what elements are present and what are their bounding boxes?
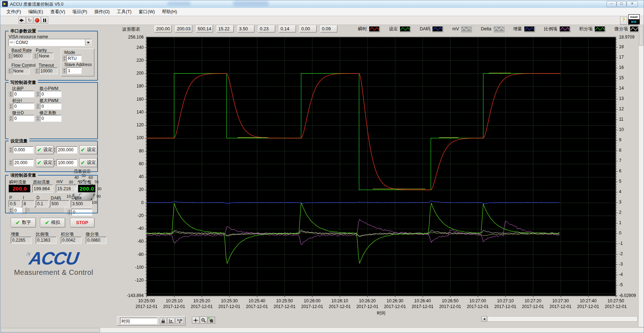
arrow-left-icon: [483, 318, 485, 321]
set-button[interactable]: ✔设定: [79, 145, 97, 154]
legend-label: DA码: [420, 26, 430, 32]
write-field-input[interactable]: 0: [13, 91, 34, 97]
format-button[interactable]: 8.88: [175, 318, 184, 324]
xscale-name-input[interactable]: 时间: [120, 318, 157, 324]
write-field-input[interactable]: 0: [40, 115, 61, 122]
chart-scrollbar[interactable]: [487, 316, 638, 322]
legend-item-4[interactable]: Delta: [481, 26, 504, 32]
title-bar[interactable]: ACCU 质量流量控制器 V5.0 — ▢ ✕: [0, 0, 644, 8]
run-continuous-button[interactable]: ↻: [26, 17, 33, 24]
parity-spinner[interactable]: [33, 52, 37, 59]
horizontal-scrollbar[interactable]: [0, 327, 644, 333]
digital-button[interactable]: ✔ 数字: [11, 218, 36, 227]
chart-value-box: 0.23: [258, 25, 275, 32]
legend-line-icon: [594, 26, 605, 32]
legend-line-icon: [524, 26, 535, 32]
maximize-button[interactable]: ▢: [616, 1, 626, 7]
visa-resource-combo[interactable]: I/O COM2: [9, 39, 91, 46]
preset-value-input[interactable]: 0.000: [13, 146, 34, 153]
visa-value: COM2: [15, 39, 85, 46]
parity-field[interactable]: None: [38, 52, 53, 59]
slave-spinner[interactable]: [62, 67, 66, 74]
mode-field[interactable]: RTU: [66, 55, 81, 62]
menu-item-6[interactable]: 窗口(W): [135, 8, 158, 16]
set-button[interactable]: ✔设定: [36, 145, 54, 154]
autoscale-button[interactable]: [167, 318, 175, 324]
cursor-tool-button[interactable]: [192, 317, 199, 324]
flow-spinner[interactable]: [8, 67, 11, 74]
slave-address-field[interactable]: 1: [66, 67, 81, 74]
menu-item-2[interactable]: 查看(V): [47, 8, 69, 16]
chart-scroll-left-button[interactable]: [481, 316, 487, 322]
zoom-tool-button[interactable]: [200, 317, 207, 324]
vertical-scrollbar[interactable]: [638, 25, 644, 327]
legend-item-6[interactable]: 比例项: [544, 26, 570, 32]
chart-value-box: 0.00: [299, 25, 317, 32]
write-field-input[interactable]: 0: [13, 115, 34, 122]
write-field-spinner[interactable]: [36, 103, 40, 109]
chart-value-box: 15.22: [217, 25, 234, 32]
legend-item-8[interactable]: 微分项: [614, 26, 640, 32]
abort-button[interactable]: [34, 17, 41, 24]
horizontal-scrollbar-thumb[interactable]: [1, 328, 100, 332]
write-field-spinner[interactable]: [36, 91, 40, 97]
write-field-spinner[interactable]: [9, 91, 13, 97]
write-field-input[interactable]: 0: [40, 103, 61, 110]
read-var-value: 200.0: [9, 185, 31, 193]
read-var-value: 200.0: [78, 185, 96, 193]
preset-spinner[interactable]: [9, 146, 13, 153]
flow-control-field[interactable]: None: [12, 67, 30, 74]
menu-item-3[interactable]: 项目(P): [69, 8, 91, 16]
close-button[interactable]: ✕: [626, 1, 638, 7]
analog-button[interactable]: ✔ 模拟: [40, 218, 65, 227]
write-field-spinner[interactable]: [9, 103, 13, 109]
legend-item-3[interactable]: mV: [452, 26, 471, 32]
menu-item-1[interactable]: 编辑(E): [25, 8, 47, 16]
legend-label: Delta: [481, 26, 491, 31]
mode-spinner[interactable]: [62, 55, 66, 61]
timeout-spinner[interactable]: [35, 67, 39, 74]
logo-subtitle: Measurement & Control: [7, 268, 100, 277]
run-button[interactable]: [19, 17, 26, 24]
read-var-value: 199.864: [32, 185, 53, 193]
legend-item-5[interactable]: 增量: [513, 26, 535, 32]
legend-item-1[interactable]: 设定: [389, 26, 410, 32]
preset-value-input[interactable]: 200.000: [56, 146, 77, 153]
pause-button[interactable]: [41, 17, 48, 24]
baud-field[interactable]: 9600: [12, 52, 32, 59]
stop-button[interactable]: STOP: [70, 218, 94, 227]
chart-value-box: 3.50: [237, 25, 254, 32]
menu-item-4[interactable]: 操作(O): [91, 8, 113, 16]
pan-tool-button[interactable]: [208, 317, 215, 324]
write-field-input[interactable]: 0: [13, 103, 34, 110]
preset-spinner[interactable]: [52, 146, 56, 153]
write-field-spinner[interactable]: [36, 115, 40, 121]
scale-lock-button[interactable]: [160, 318, 167, 324]
legend-item-0[interactable]: 瞬时: [358, 26, 380, 32]
read-var-label: P: [9, 195, 12, 200]
combo-dropdown-icon[interactable]: [85, 39, 91, 46]
preset-value-input[interactable]: 20.000: [13, 159, 34, 166]
baud-spinner[interactable]: [8, 52, 11, 59]
write-field-input[interactable]: 0: [40, 91, 61, 97]
menu-item-7[interactable]: 帮助(H): [158, 8, 180, 16]
timeout-field[interactable]: 10000: [39, 67, 58, 74]
preset-value-input[interactable]: 100.000: [56, 159, 77, 166]
context-help-button[interactable]: ?: [620, 17, 627, 25]
menu-item-5[interactable]: 工具(T): [113, 8, 135, 16]
waveform-chart[interactable]: [104, 34, 638, 320]
set-button[interactable]: ✔设定: [79, 158, 97, 167]
legend-item-2[interactable]: DA码: [420, 26, 443, 32]
menu-item-0[interactable]: 文件(F): [3, 8, 25, 16]
set-button[interactable]: ✔设定: [36, 158, 54, 167]
app-icon: [2, 1, 8, 7]
chart-value-box: 500.14: [196, 25, 213, 32]
legend-item-7[interactable]: 积分项: [579, 26, 605, 32]
write-field-spinner[interactable]: [9, 115, 13, 121]
preset-spinner[interactable]: [52, 159, 56, 166]
vertical-scrollbar-thumb[interactable]: [639, 26, 643, 46]
preset-spinner[interactable]: [9, 159, 13, 166]
abort-icon: [35, 18, 39, 22]
minimize-button[interactable]: —: [606, 1, 616, 7]
read-var-value: 8: [22, 200, 34, 207]
